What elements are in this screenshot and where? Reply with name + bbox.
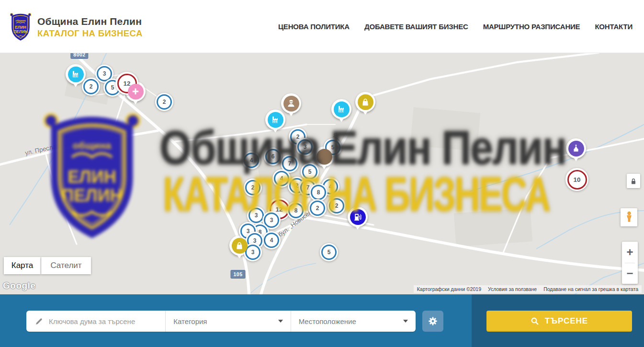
site-title: Община Елин Пелин xyxy=(37,16,143,27)
watermark-title: Община Елин Пелин xyxy=(159,123,566,171)
search-submit-label: ТЪРСЕНЕ xyxy=(545,316,588,326)
nav-item-2[interactable]: МАРШРУТНО РАЗПИСАНИЕ xyxy=(483,22,580,31)
road-number-badge: 105 xyxy=(230,270,245,279)
cluster-count: 2 xyxy=(157,94,172,110)
lock-icon xyxy=(630,177,637,185)
municipality-shield-icon: община ЕЛИН ПЕЛИН xyxy=(10,11,32,42)
location-select[interactable]: Местоположение xyxy=(291,311,416,332)
nav-item-3[interactable]: КОНТАКТИ xyxy=(595,22,633,31)
zoom-in-button[interactable]: + xyxy=(622,242,638,263)
cluster-count: 5 xyxy=(321,245,337,260)
cluster-marker[interactable]: 4 xyxy=(262,231,281,249)
worker-icon xyxy=(283,96,299,112)
category-select-label: Категория xyxy=(173,317,207,325)
pegman-control[interactable] xyxy=(621,208,637,226)
site-logo[interactable]: община ЕЛИН ПЕЛИН xyxy=(10,11,32,42)
keyword-input[interactable] xyxy=(48,317,165,326)
church-icon xyxy=(568,141,584,157)
cluster-marker[interactable]: 2 xyxy=(155,93,173,111)
map-type-map-button[interactable]: Карта xyxy=(4,257,41,274)
map-canvas[interactable]: община ЕЛИН ПЕЛИН Община Елин Пелин КАТА… xyxy=(0,53,644,294)
search-icon xyxy=(531,317,539,325)
attribution-item-1[interactable]: Условия за ползване xyxy=(485,285,540,293)
cluster-count: 10 xyxy=(567,170,587,190)
cluster-count: 2 xyxy=(83,79,99,94)
church-pin-marker[interactable] xyxy=(566,138,586,158)
svg-text:ПЕЛИН: ПЕЛИН xyxy=(61,186,122,205)
map-attribution: Картографски данни ©2019Условия за ползв… xyxy=(414,285,642,293)
map-lock-button[interactable] xyxy=(627,174,640,188)
search-submit-button[interactable]: ТЪРСЕНЕ xyxy=(486,311,632,332)
plus-icon xyxy=(128,84,144,100)
watermark-subtitle: КАТАЛОГ НА БИЗНЕСА xyxy=(163,169,549,218)
header: община ЕЛИН ПЕЛИН Община Елин Пелин КАТА… xyxy=(0,0,644,53)
zoom-out-button[interactable]: − xyxy=(622,263,638,284)
pencil-icon xyxy=(35,317,43,325)
bag-icon xyxy=(232,238,248,254)
svg-text:община: община xyxy=(16,19,26,22)
attribution-item-0: Картографски данни ©2019 xyxy=(414,285,485,293)
site-subtitle: КАТАЛОГ НА БИЗНЕСА xyxy=(37,28,143,38)
cluster-count: 3 xyxy=(245,245,260,260)
advanced-search-button[interactable] xyxy=(422,311,443,332)
bag-icon xyxy=(358,94,373,110)
chevron-down-icon xyxy=(403,320,408,323)
factory-pin-marker[interactable] xyxy=(331,99,351,119)
gear-icon xyxy=(428,316,438,326)
chevron-down-icon xyxy=(278,320,283,323)
nav-item-1[interactable]: ДОБАВЕТЕ ВАШИЯТ БИЗНЕС xyxy=(364,22,468,31)
worker-pin-marker[interactable] xyxy=(281,93,301,113)
cluster-marker[interactable]: 5 xyxy=(320,243,338,261)
bag-pin-marker[interactable] xyxy=(355,92,375,112)
location-select-label: Местоположение xyxy=(299,317,356,325)
factory-icon xyxy=(334,101,350,117)
nav-item-0[interactable]: ЦЕНОВА ПОЛИТИКА xyxy=(278,22,350,31)
cluster-marker[interactable]: 10 xyxy=(565,168,588,191)
road-number-badge: 8002 xyxy=(70,53,88,59)
cluster-count: 4 xyxy=(264,233,279,248)
cluster-marker[interactable]: 2 xyxy=(82,78,100,96)
site-title-block[interactable]: Община Елин Пелин КАТАЛОГ НА БИЗНЕСА xyxy=(37,16,143,38)
map-type-control: Карта Сателит xyxy=(4,257,91,274)
map-type-satellite-button[interactable]: Сателит xyxy=(41,257,91,274)
main-nav: ЦЕНОВА ПОЛИТИКАДОБАВЕТЕ ВАШИЯТ БИЗНЕСМАР… xyxy=(278,0,633,53)
category-select[interactable]: Категория xyxy=(165,311,290,332)
svg-text:община: община xyxy=(73,140,112,151)
svg-text:ПЕЛИН: ПЕЛИН xyxy=(13,29,28,34)
attribution-item-2[interactable]: Подаване на сигнал за грешка в картата xyxy=(540,285,642,293)
keyword-field[interactable] xyxy=(26,311,165,332)
page: община ЕЛИН ПЕЛИН Община Елин Пелин КАТА… xyxy=(0,0,644,347)
svg-text:ЕЛИН: ЕЛИН xyxy=(15,25,26,30)
factory-icon xyxy=(68,67,84,82)
zoom-control: + − xyxy=(622,242,638,284)
factory-pin-marker[interactable] xyxy=(66,64,86,84)
watermark-shield-icon: община ЕЛИН ПЕЛИН xyxy=(41,104,143,243)
google-logo[interactable]: Google xyxy=(3,280,35,291)
pegman-icon xyxy=(624,211,634,224)
search-bar: Категория Местоположение xyxy=(0,294,644,347)
search-fields: Категория Местоположение xyxy=(26,311,416,332)
svg-text:ЕЛИН: ЕЛИН xyxy=(68,167,116,187)
